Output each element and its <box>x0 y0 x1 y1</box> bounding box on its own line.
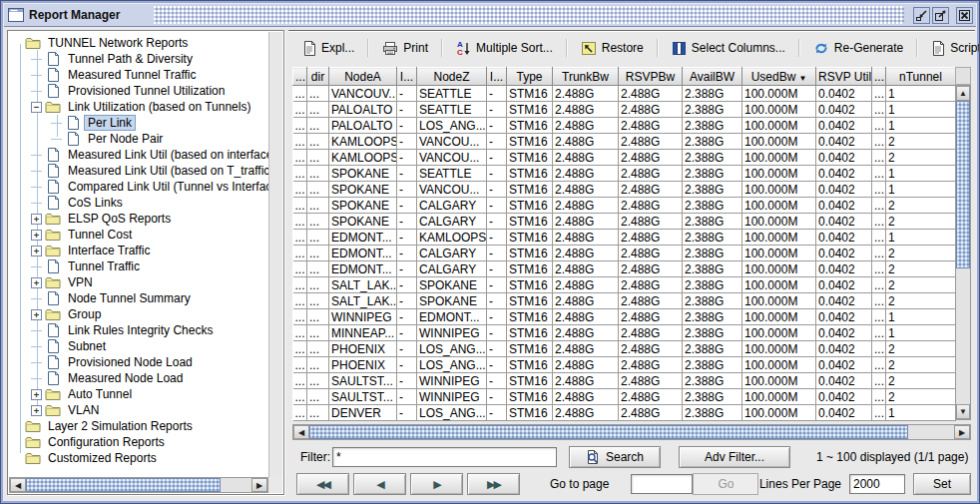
tree-expander-icon[interactable] <box>31 246 42 256</box>
previous-page-button[interactable]: ◀ <box>353 473 406 495</box>
tree-expander-icon[interactable] <box>31 309 42 320</box>
restore-button[interactable]: Restore <box>573 37 652 60</box>
tree-expander-icon[interactable] <box>31 102 42 113</box>
column-header-rsvputil[interactable]: RSVP Util <box>816 68 872 86</box>
select-columns-button[interactable]: Select Columns... <box>664 37 793 60</box>
tree-expander-icon[interactable] <box>31 341 42 352</box>
tree-item[interactable]: Link Rules Integrity Checks <box>9 322 268 338</box>
tree-expander-icon[interactable] <box>31 389 42 400</box>
table-row[interactable]: ... ... WINNIPEG - EDMONT... - STM16 2.4… <box>293 309 956 325</box>
table-row[interactable]: ... ... PHOENIX - LOS_ANG... - STM16 2.4… <box>293 341 956 357</box>
scroll-left-icon[interactable]: ◀ <box>293 425 309 439</box>
tree-vertical-scrollbar[interactable] <box>268 32 282 477</box>
titlebar[interactable]: Report Manager <box>4 4 976 27</box>
column-header-nodez[interactable]: NodeZ <box>417 68 487 86</box>
next-page-button[interactable]: ▶ <box>410 473 463 495</box>
tree-item[interactable]: Subnet <box>9 338 268 354</box>
maximize-icon[interactable] <box>932 7 949 24</box>
table-vscroll-thumb[interactable] <box>956 101 970 268</box>
table-row[interactable]: ... ... DENVER - LOS_ANG... - STM16 2.48… <box>293 405 956 421</box>
minimize-icon[interactable] <box>913 7 930 24</box>
table-row[interactable]: ... ... MINNEAP... - WINNIPEG - STM16 2.… <box>293 325 956 341</box>
tree-item[interactable]: Compared Link Util (Tunnel vs Interface) <box>9 179 268 195</box>
table-row[interactable]: ... ... EDMONT... - CALGARY - STM16 2.48… <box>293 261 956 277</box>
tree-item[interactable]: Group <box>9 306 268 322</box>
tree-item[interactable]: Node Tunnel Summary <box>9 290 268 306</box>
tree-item[interactable]: Provisioned Node Load <box>9 354 268 370</box>
tree-item[interactable]: Tunnel Cost <box>9 227 268 243</box>
tree-hscroll-thumb[interactable] <box>26 478 221 492</box>
scroll-left-icon[interactable]: ◀ <box>10 478 26 492</box>
table-row[interactable]: ... ... EDMONT... - KAMLOOPS - STM16 2.4… <box>293 230 956 246</box>
table-row[interactable]: ... ... SPOKANE - SEATTLE - STM16 2.488G… <box>293 166 956 182</box>
table-hscroll-thumb[interactable] <box>309 425 908 439</box>
tree-item[interactable]: Provisioned Tunnel Utilization <box>9 83 268 99</box>
tree-item[interactable]: Link Utilization (based on Tunnels) <box>9 99 268 115</box>
table-row[interactable]: ... ... KAMLOOPS - VANCOU... - STM16 2.4… <box>293 150 956 166</box>
tree-item[interactable]: Measured Link Util (based on T_trafficlo <box>9 163 268 179</box>
set-button[interactable]: Set <box>913 473 971 495</box>
tree-item[interactable]: Auto Tunnel <box>9 386 268 402</box>
tree-item[interactable]: Measured Tunnel Traffic <box>9 67 268 83</box>
tree-expander-icon[interactable] <box>31 373 42 384</box>
tree-expander-icon[interactable] <box>31 54 42 65</box>
close-icon[interactable] <box>956 7 973 24</box>
column-header-ntunnel[interactable]: nTunnel <box>886 68 956 86</box>
print-button[interactable]: Print <box>374 37 436 60</box>
table-row[interactable]: ... ... PHOENIX - LOS_ANG... - STM16 2.4… <box>293 357 956 373</box>
tree-item[interactable]: CoS Links <box>9 195 268 211</box>
lines-per-page-input[interactable] <box>849 474 905 494</box>
explore-button[interactable]: Expl... <box>294 37 362 60</box>
filter-input[interactable] <box>332 447 557 467</box>
column-header[interactable]: ... <box>872 68 886 86</box>
first-page-button[interactable]: ◀◀ <box>296 473 349 495</box>
tree-expander-icon[interactable] <box>31 405 42 416</box>
tree-expander-icon[interactable] <box>31 325 42 336</box>
column-header[interactable]: ... <box>293 68 307 86</box>
tree-item[interactable]: TUNNEL Network Reports <box>9 35 268 51</box>
table-row[interactable]: ... ... SPOKANE - CALGARY - STM16 2.488G… <box>293 214 956 230</box>
tree-item[interactable]: Layer 2 Simulation Reports <box>9 418 268 434</box>
script-button[interactable]: Script... <box>923 37 980 60</box>
table-row[interactable]: ... ... SAULTST... - WINNIPEG - STM16 2.… <box>293 373 956 389</box>
tree-item[interactable]: VPN <box>9 274 268 290</box>
column-header-trunkbw[interactable]: TrunkBw <box>553 68 619 86</box>
tree-expander-icon[interactable] <box>31 86 42 97</box>
tree-expander-icon[interactable] <box>31 230 42 241</box>
table-row[interactable]: ... ... PALOALTO - SEATTLE - STM16 2.488… <box>293 102 956 118</box>
search-button[interactable]: Search <box>569 446 661 468</box>
table-row[interactable]: ... ... EDMONT... - CALGARY - STM16 2.48… <box>293 246 956 261</box>
last-page-button[interactable]: ▶▶ <box>467 473 520 495</box>
column-header[interactable]: I... <box>487 68 507 86</box>
tree-item[interactable]: Customized Reports <box>9 450 268 466</box>
tree-item[interactable]: Measured Node Load <box>9 370 268 386</box>
tree-item[interactable]: VLAN <box>9 402 268 418</box>
column-header-availbw[interactable]: AvailBW <box>683 68 742 86</box>
scroll-right-icon[interactable]: ▶ <box>251 478 267 492</box>
tree-expander-icon[interactable] <box>31 166 42 177</box>
page-number-input[interactable] <box>631 474 693 494</box>
tree-expander-icon[interactable] <box>31 293 42 304</box>
multiple-sort-button[interactable]: AC Multiple Sort... <box>448 36 561 60</box>
tree-expander-icon[interactable] <box>51 134 62 145</box>
go-button[interactable]: Go <box>693 473 758 495</box>
table-row[interactable]: ... ... SAULTST... - WINNIPEG - STM16 2.… <box>293 389 956 405</box>
regenerate-button[interactable]: Re-Generate <box>805 37 911 60</box>
tree-expander-icon[interactable] <box>31 150 42 161</box>
column-header-dir[interactable]: dir <box>307 68 329 86</box>
column-header-usedbw[interactable]: UsedBw▼ <box>742 68 816 86</box>
column-header-type[interactable]: Type <box>507 68 553 86</box>
scroll-right-icon[interactable]: ▶ <box>954 425 970 439</box>
tree-item[interactable]: Tunnel Traffic <box>9 258 268 274</box>
tree-item[interactable]: Per Link <box>9 115 268 131</box>
scroll-down-icon[interactable]: ▼ <box>956 404 970 419</box>
column-header-rsvpbw[interactable]: RSVPBw <box>619 68 683 86</box>
scroll-up-icon[interactable]: ▲ <box>956 86 970 101</box>
tree-item[interactable]: Measured Link Util (based on interface) <box>9 147 268 163</box>
table-row[interactable]: ... ... VANCOUV... - SEATTLE - STM16 2.4… <box>293 86 956 102</box>
column-header-nodea[interactable]: NodeA <box>329 68 397 86</box>
table-row[interactable]: ... ... KAMLOOPS - VANCOU... - STM16 2.4… <box>293 134 956 150</box>
tree-expander-icon[interactable] <box>31 277 42 288</box>
tree-expander-icon[interactable] <box>31 182 42 193</box>
tree-expander-icon[interactable] <box>31 214 42 225</box>
